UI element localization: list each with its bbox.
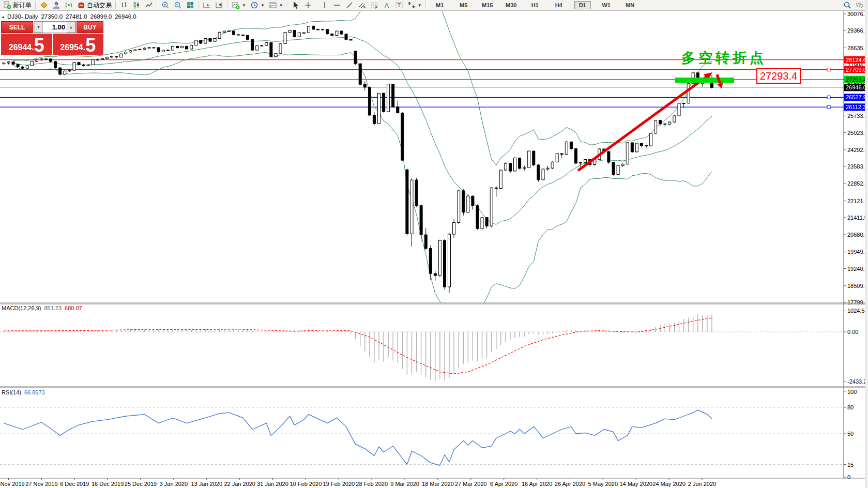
new-order-button[interactable]: 新订单 — [1, 0, 34, 10]
arrows-button[interactable]: ▼ — [405, 0, 424, 10]
date-tick-label: 16 Apr 2020 — [522, 481, 552, 487]
bollinger-middle — [13, 37, 712, 224]
chevron-down-icon: ▼ — [242, 3, 246, 8]
date-tick-label: 2 Jun 2020 — [688, 481, 716, 487]
periods-button[interactable]: ▼ — [248, 0, 267, 10]
channel-button[interactable]: E — [356, 0, 368, 10]
fibonacci-button[interactable]: F — [368, 0, 380, 10]
date-tick-label: 19 Feb 2020 — [323, 481, 355, 487]
timeframe-h4[interactable]: H4 — [551, 1, 567, 9]
date-tick-label: 14 May 2020 — [619, 481, 652, 487]
equidistant-channel-icon: E — [358, 1, 366, 9]
buy-button[interactable]: BUY — [77, 21, 103, 33]
chart-area[interactable]: 多空转折点27293.430076.029366.528635.527904.5… — [0, 0, 868, 488]
metaeditor-button[interactable] — [50, 0, 63, 10]
timeframe-h1[interactable]: H1 — [527, 1, 543, 9]
price-tag-text: 27293.4 — [760, 70, 797, 82]
turning-point-annotation[interactable]: 多空转折点 — [681, 50, 767, 66]
collapse-panel-icon[interactable]: ▴ — [2, 14, 4, 19]
quotes-button[interactable] — [38, 0, 50, 10]
ohlc-high: 27481.0 — [66, 13, 87, 20]
autotrading-button[interactable]: 自动交易 — [75, 0, 114, 10]
svg-text:E: E — [363, 6, 366, 9]
date-tick-label: 27 Mar 2020 — [455, 481, 487, 487]
timeframe-m1[interactable]: M1 — [432, 1, 448, 9]
trendline-icon — [345, 1, 354, 9]
arrow-shapes-icon — [407, 1, 416, 9]
date-tick-label: 26 Apr 2020 — [555, 481, 585, 487]
trend-arrow-line[interactable] — [578, 77, 706, 171]
text-icon: A — [383, 1, 391, 9]
sell-price[interactable]: 26944.5 — [1, 34, 52, 55]
macd-name: MACD(12,26,9) — [2, 305, 41, 311]
hline-icon — [333, 1, 341, 9]
sell-price-int: 26944 — [9, 43, 32, 52]
bar-chart-icon — [120, 1, 128, 9]
zoom-in-button[interactable] — [159, 0, 172, 10]
text-button[interactable]: A — [380, 0, 393, 10]
date-tick-label: 28 Feb 2020 — [356, 481, 388, 487]
buy-price[interactable]: 26954.5 — [53, 34, 104, 55]
macd-panel[interactable]: 1024.520.00-2433.25 — [0, 308, 868, 385]
toolbar-separator — [157, 1, 158, 9]
green-level-bar[interactable] — [675, 78, 734, 83]
price-badge-label: 26527.9 — [846, 94, 866, 100]
date-tick-label: 18 Nov 2019 — [0, 481, 25, 487]
timeframe-w1[interactable]: W1 — [598, 1, 615, 9]
date-tick-label: 25 Dec 2019 — [125, 481, 157, 487]
timeframe-m15[interactable]: M15 — [479, 1, 496, 9]
rsi-panel[interactable]: 1008050150 — [0, 389, 857, 480]
volume-input[interactable]: 1.00 — [43, 22, 67, 33]
main-chart[interactable]: 多空转折点27293.4 — [0, 0, 844, 321]
line-handle[interactable] — [827, 105, 830, 109]
hline-button[interactable] — [331, 0, 343, 10]
rsi-value: 66.8573 — [24, 389, 45, 395]
ohlc-open: 27350.0 — [41, 13, 63, 20]
date-tick-label: 13 Jan 2020 — [191, 481, 223, 487]
vline-button[interactable] — [318, 0, 331, 10]
candle-chart-icon — [132, 1, 141, 9]
bar-chart-button[interactable] — [118, 0, 130, 10]
text-label-button[interactable]: T — [393, 0, 405, 10]
new-order-icon — [3, 1, 11, 9]
cursor-button[interactable] — [290, 0, 302, 10]
date-tick-label: 22 Jan 2020 — [224, 481, 255, 487]
cursor-icon — [292, 1, 300, 9]
toolbar-separator — [115, 1, 116, 9]
templates-button[interactable]: ▼ — [267, 0, 285, 10]
svg-text:F: F — [375, 6, 377, 9]
window-scrollbar-strip[interactable] — [865, 0, 868, 488]
chat-icon[interactable] — [856, 1, 864, 9]
crosshair-button[interactable] — [302, 0, 314, 10]
signals-button[interactable] — [63, 0, 75, 10]
line-chart-button[interactable] — [143, 0, 155, 10]
zoom-out-button[interactable] — [172, 0, 184, 10]
timeframe-d1[interactable]: D1 — [574, 1, 591, 9]
new-chart-button[interactable]: ▼ — [230, 0, 248, 10]
line-handle[interactable] — [827, 96, 830, 99]
sell-button[interactable]: SELL — [1, 21, 33, 33]
autotrading-label: 自动交易 — [87, 1, 112, 10]
search-icon[interactable] — [843, 1, 851, 9]
date-axis[interactable]: 18 Nov 201927 Nov 20196 Dec 201916 Dec 2… — [0, 478, 716, 487]
tile-windows-button[interactable] — [184, 0, 196, 10]
date-tick-label: 9 Mar 2020 — [390, 481, 419, 487]
timeframe-mn[interactable]: MN — [622, 1, 638, 9]
timeframe-m30[interactable]: M30 — [503, 1, 520, 9]
volume-decrease-button[interactable]: ▼ — [34, 22, 43, 33]
templates-icon — [269, 1, 277, 9]
timeframe-m5[interactable]: M5 — [455, 1, 472, 9]
rsi-label-row: RSI(14) 66.8573 — [2, 389, 45, 395]
macd-label-row: MACD(12,26,9) 851.23 680.07 — [2, 305, 82, 311]
candle-chart-button[interactable] — [130, 0, 143, 10]
line-handle[interactable] — [827, 68, 830, 71]
volume-increase-button[interactable]: ▲ — [67, 22, 75, 33]
chart-shift-button[interactable] — [213, 0, 225, 10]
auto-scroll-button[interactable] — [201, 0, 213, 10]
toolbar-separator — [425, 1, 427, 9]
mt4-window: { "toolbar": { "new_order_label": "新订单",… — [0, 0, 868, 488]
trendline-button[interactable] — [343, 0, 356, 10]
macd-signal-line — [4, 318, 712, 374]
date-tick-label: 24 May 2020 — [652, 481, 686, 487]
candles — [3, 25, 713, 293]
